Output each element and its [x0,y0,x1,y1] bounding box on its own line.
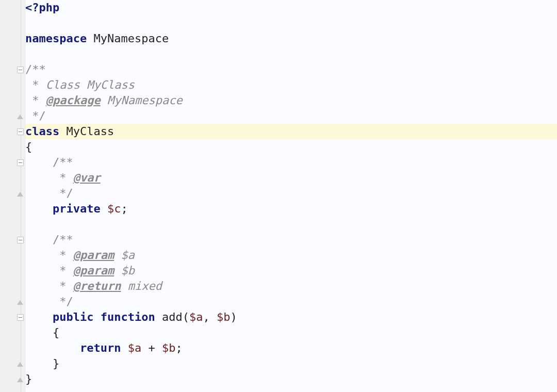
brace-close: } [53,357,59,370]
fold-end-icon[interactable] [17,378,23,382]
docblock-star: * [25,94,46,107]
doctag-return: @return [73,280,121,292]
code-line[interactable]: * @var [25,170,557,186]
class-name: MyClass [59,125,114,138]
variable-c: $c [101,202,121,215]
code-line[interactable]: return $a + $b; [25,340,557,356]
indent [25,156,53,169]
function-keyword: function [93,311,155,323]
indent [25,295,53,308]
code-line[interactable]: <?php [25,0,557,15]
fold-end-icon[interactable] [17,115,23,119]
paren-close: ) [230,311,237,323]
gutter [0,0,25,392]
code-line-blank[interactable] [25,217,557,232]
code-line[interactable]: */ [25,294,557,309]
docblock-close: */ [25,109,46,122]
docblock-star: * [53,249,73,262]
namespace-keyword: namespace [25,32,87,45]
docblock-star: * [53,280,73,292]
comma: , [203,311,217,323]
docblock-close: */ [53,187,73,200]
indent [25,357,53,370]
indent [25,341,80,354]
namespace-name: MyNamespace [87,32,169,45]
code-line[interactable]: */ [25,186,557,201]
fold-collapse-icon[interactable] [17,314,24,321]
space [121,341,127,354]
code-line[interactable]: * @return mixed [25,279,557,294]
brace-open: { [25,140,32,153]
indent [25,280,53,292]
code-line[interactable]: * @param $a [25,248,557,263]
code-line[interactable]: } [25,356,557,371]
code-line[interactable]: * @package MyNamespace [25,93,557,108]
code-line[interactable]: /** [25,62,557,77]
doctag-value: MyNamespace [101,94,183,107]
doctag-value: mixed [121,280,161,292]
indent [25,187,53,200]
code-line[interactable]: namespace MyNamespace [25,31,557,46]
paren-open: ( [183,311,189,323]
code-area[interactable]: <?php namespace MyNamespace /** * Class … [25,0,557,392]
fold-collapse-icon[interactable] [17,128,24,135]
docblock-open: /** [25,63,46,76]
docblock-star: * [53,171,73,184]
code-line[interactable]: /** [25,155,557,170]
doctag-var: @var [73,171,101,184]
code-line-blank[interactable] [25,15,557,31]
docblock-close: */ [53,295,73,308]
doctag-param: @param [73,249,114,262]
indent [25,311,53,323]
code-line[interactable]: } [25,371,557,387]
code-line[interactable]: { [25,139,557,155]
indent [25,264,53,277]
docblock-star: * [25,78,46,91]
fold-collapse-icon[interactable] [17,237,24,243]
semicolon: ; [175,341,182,354]
doctag-value: $a [114,249,135,262]
function-name: add [155,311,183,323]
fold-collapse-icon[interactable] [17,159,24,166]
class-keyword: class [25,125,59,138]
param-b: $b [217,311,231,323]
brace-open: { [53,326,59,339]
code-line[interactable]: private $c; [25,201,557,217]
docblock-open: /** [53,156,73,169]
public-keyword: public [53,311,93,323]
fold-end-icon[interactable] [17,362,23,367]
code-line[interactable]: public function add($a, $b) [25,309,557,325]
docblock-star: * [53,264,73,277]
indent [25,233,53,246]
indent [25,249,53,262]
semicolon: ; [121,202,127,215]
code-line[interactable]: * @param $b [25,263,557,279]
code-line[interactable]: * Class MyClass [25,77,557,93]
doctag-value: $b [114,264,135,277]
indent [25,202,53,215]
fold-collapse-icon[interactable] [17,67,24,73]
code-line[interactable]: /** [25,232,557,248]
indent [25,326,53,339]
code-line[interactable]: { [25,325,557,340]
code-line-current[interactable]: class MyClass [25,124,557,139]
variable-a: $a [128,341,142,354]
return-keyword: return [80,341,121,354]
fold-end-icon[interactable] [17,192,23,197]
plus-operator: + [141,341,162,354]
variable-b: $b [162,341,176,354]
code-line[interactable]: */ [25,108,557,124]
code-editor[interactable]: <?php namespace MyNamespace /** * Class … [0,0,557,392]
doctag-param: @param [73,264,114,277]
private-keyword: private [53,202,101,215]
param-a: $a [189,311,203,323]
doctag-package: @package [46,94,101,107]
code-line-blank[interactable] [25,46,557,62]
brace-close: } [25,372,32,385]
indent [25,171,53,184]
fold-end-icon[interactable] [17,300,23,305]
docblock-open: /** [53,233,73,246]
docblock-text: Class MyClass [46,78,135,91]
php-open-tag: <?php [25,1,59,14]
